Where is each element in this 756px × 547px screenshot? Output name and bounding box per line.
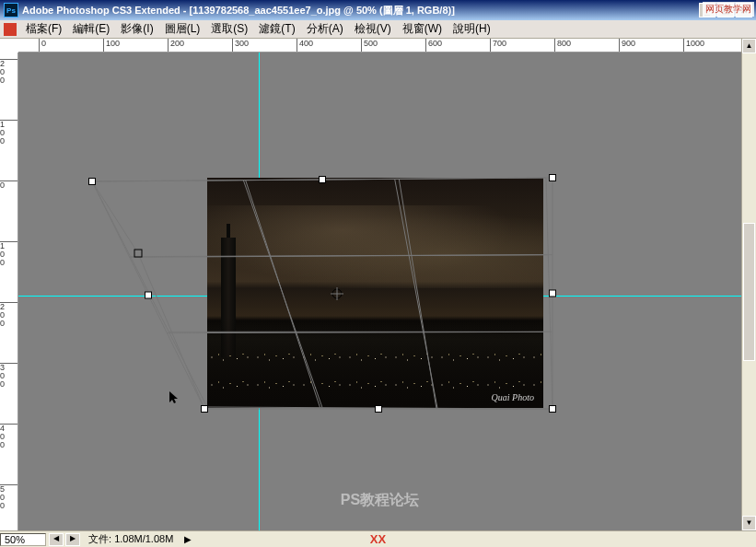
ruler-h-tick: 600 xyxy=(425,39,442,52)
menu-edit[interactable]: 編輯(E) xyxy=(67,19,115,39)
ruler-v-tick: 1 0 0 xyxy=(0,241,18,242)
scroll-thumb[interactable] xyxy=(743,223,755,361)
scroll-down-button[interactable]: ▼ xyxy=(742,516,756,530)
status-bar: 50% ◀ ▶ 文件: 1.08M/1.08M ▶ XX xyxy=(0,530,756,547)
watermark-bottom: PS教程论坛 xyxy=(341,491,419,510)
transform-handle[interactable] xyxy=(550,406,556,413)
menu-view[interactable]: 檢視(V) xyxy=(349,19,397,39)
ruler-h-tick: 500 xyxy=(361,39,378,52)
ruler-v-tick: 1 0 0 xyxy=(0,120,18,121)
window-title: Adobe Photoshop CS3 Extended - [11397825… xyxy=(22,4,699,17)
menu-analysis[interactable]: 分析(A) xyxy=(301,19,349,39)
svg-line-9 xyxy=(138,253,204,409)
cursor-arrow-icon xyxy=(169,391,182,404)
menu-layer[interactable]: 圖層(L) xyxy=(159,19,206,39)
ruler-h-tick: 700 xyxy=(490,39,506,52)
ruler-h-tick: 800 xyxy=(554,39,571,52)
ruler-h-tick: 300 xyxy=(232,39,249,52)
ruler-h-tick: 200 xyxy=(168,39,184,52)
nav-prev-button[interactable]: ◀ xyxy=(49,533,64,546)
sky-region xyxy=(207,205,543,288)
zoom-level-input[interactable]: 50% xyxy=(0,533,46,546)
menu-help[interactable]: 說明(H) xyxy=(448,19,496,39)
ruler-h-tick: 0 xyxy=(39,39,46,52)
scroll-up-button[interactable]: ▲ xyxy=(742,39,756,53)
scrollbar-vertical[interactable]: ▲ ▼ xyxy=(741,39,756,530)
svg-line-7 xyxy=(92,181,207,407)
ruler-h-tick: 900 xyxy=(619,39,635,52)
ruler-v-tick: 2 0 0 xyxy=(0,59,18,60)
menu-image[interactable]: 影像(I) xyxy=(115,19,158,39)
image-layer[interactable]: Quai Photo xyxy=(207,178,543,408)
city-lights xyxy=(207,343,543,399)
menu-filter[interactable]: 濾鏡(T) xyxy=(253,19,300,39)
ruler-h-tick: 400 xyxy=(297,39,313,52)
transform-handle[interactable] xyxy=(134,250,142,257)
photoshop-logo-icon: Ps xyxy=(4,3,18,17)
menu-window[interactable]: 視窗(W) xyxy=(397,19,448,39)
ruler-vertical[interactable]: 2 0 01 0 001 0 02 0 03 0 04 0 05 0 0 xyxy=(0,52,18,530)
nav-next-button[interactable]: ▶ xyxy=(65,533,80,546)
title-bar: Ps Adobe Photoshop CS3 Extended - [11397… xyxy=(0,0,756,20)
ruler-v-tick: 2 0 0 xyxy=(0,302,18,303)
ruler-horizontal[interactable]: 010020030040050060070080090010001100 xyxy=(18,39,741,52)
image-signature: Quai Photo xyxy=(492,392,534,402)
ps-menu-icon xyxy=(4,23,17,36)
menu-file[interactable]: 檔案(F) xyxy=(20,19,67,39)
ruler-v-tick: 3 0 0 xyxy=(0,363,18,364)
ruler-v-tick: 4 0 0 xyxy=(0,424,18,425)
svg-line-5 xyxy=(546,178,552,409)
info-more-icon[interactable]: ▶ xyxy=(184,534,192,544)
transform-handle[interactable] xyxy=(550,175,556,181)
canvas-area[interactable]: Quai Photo PS教程论坛 xyxy=(18,52,741,530)
transform-handle[interactable] xyxy=(89,179,96,185)
menu-bar: 檔案(F) 編輯(E) 影像(I) 圖層(L) 選取(S) 濾鏡(T) 分析(A… xyxy=(0,20,756,39)
ruler-h-tick: 1000 xyxy=(683,39,704,52)
watermark-top-right: 网页教学网 xyxy=(703,2,754,17)
ruler-v-tick: 0 xyxy=(0,180,18,181)
svg-line-8 xyxy=(92,181,138,253)
watermark-xx: XX xyxy=(370,532,386,546)
file-info: 文件: 1.08M/1.08M xyxy=(81,532,180,546)
ruler-h-tick: 100 xyxy=(103,39,120,52)
ruler-v-tick: 5 0 0 xyxy=(0,484,18,485)
menu-select[interactable]: 選取(S) xyxy=(205,19,253,39)
